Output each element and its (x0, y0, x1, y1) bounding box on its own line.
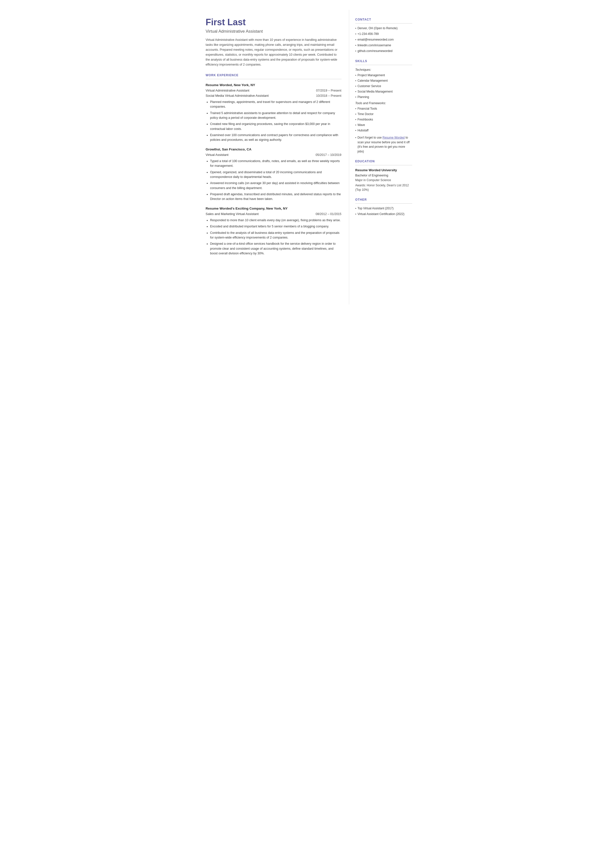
job-bullet-2-3: Prepared draft agendas, transcribed and … (210, 192, 341, 202)
contact-section: CONTACT • Denver, OH (Open to Remote) • … (355, 17, 412, 53)
contact-text-2: email@resumeworded.com (358, 37, 394, 42)
job-bullet-2-0: Typed a total of 100 communications, dra… (210, 159, 341, 169)
job-block-2: Growthsi, San Francisco, CA Virtual Assi… (206, 147, 341, 202)
technique-1: • Calendar Management (355, 78, 412, 83)
technique-bullet-0: • (355, 73, 356, 78)
other-section: OTHER • Top Virtual Assistant (2017) • V… (355, 197, 412, 216)
job-bullet-1-3: Examined over 100 communications and con… (210, 133, 341, 143)
tool-1: • Time Doctor (355, 112, 412, 116)
job-bullet-2-1: Opened, organized, and disseminated a to… (210, 170, 341, 180)
candidate-title: Virtual Administrative Assistant (206, 28, 341, 35)
job-company-3: Resume Worded's Exciting Company, New Yo… (206, 206, 341, 211)
skills-note-text: Don't forget to use Resume Worded to sca… (358, 135, 412, 154)
job-role-row-1-0: Virtual Administrative Assistant 07/2019… (206, 88, 341, 93)
job-role-row-3-0: Sales and Marketing Virtual Assistant 08… (206, 211, 341, 216)
contact-text-4: github.com/resumeworded (358, 49, 392, 53)
skills-label: SKILLS (355, 59, 412, 63)
job-bullet-1-1: Trained 5 administrative assistants to g… (210, 111, 341, 121)
job-block-1: Resume Worded, New York, NY Virtual Admi… (206, 83, 341, 143)
sidebar-column: CONTACT • Denver, OH (Open to Remote) • … (349, 10, 419, 304)
job-bullets-3: Responded to more than 10 client emails … (210, 218, 341, 256)
job-bullet-3-2: Contributed to the analysis of all busin… (210, 231, 341, 240)
contact-bullet-2: • (355, 37, 356, 42)
edu-major: Major in Computer Science (355, 178, 412, 182)
other-text-0: Top Virtual Assistant (2017) (358, 206, 394, 211)
job-role-1-0: Virtual Administrative Assistant (206, 88, 250, 93)
work-experience-section: WORK EXPERIENCE Resume Worded, New York,… (206, 73, 341, 256)
tool-bullet-1: • (355, 112, 356, 116)
job-dates-2-0: 05/2017 – 10/2019 (316, 153, 341, 157)
other-item-0: • Top Virtual Assistant (2017) (355, 206, 412, 211)
skills-note-bullet: • (355, 136, 356, 140)
tool-bullet-2: • (355, 118, 356, 122)
edu-school: Resume Worded University (355, 168, 412, 173)
job-bullet-1-2: Created new filing and organizing proced… (210, 122, 341, 131)
skills-divider (355, 65, 412, 65)
contact-text-3: linkedin.com/in/username (358, 43, 391, 48)
contact-label: CONTACT (355, 17, 412, 22)
technique-4: • Planning (355, 95, 412, 99)
contact-text-0: Denver, OH (Open to Remote) (358, 26, 398, 30)
technique-bullet-3: • (355, 90, 356, 94)
technique-0: • Project Management (355, 73, 412, 78)
header-section: First Last Virtual Administrative Assist… (206, 17, 341, 67)
tool-text-2: Freshbooks (358, 117, 373, 122)
job-bullet-1-0: Planned meetings, appointments, and trav… (210, 100, 341, 109)
contact-bullet-4: • (355, 49, 356, 53)
contact-item-1: • +1-234-456-789 (355, 32, 412, 36)
education-section: EDUCATION Resume Worded University Bache… (355, 159, 412, 192)
main-column: First Last Virtual Administrative Assist… (196, 10, 349, 304)
contact-item-3: • linkedin.com/in/username (355, 43, 412, 48)
technique-text-0: Project Management (358, 73, 385, 78)
job-company-2: Growthsi, San Francisco, CA (206, 147, 341, 152)
candidate-summary: Virtual Administrative Assistant with mo… (206, 37, 341, 67)
tool-text-0: Financial Tools (358, 106, 377, 111)
technique-text-4: Planning (358, 95, 369, 99)
job-dates-1-0: 07/2019 – Present (316, 89, 341, 93)
tool-text-3: Wave (358, 123, 365, 127)
contact-item-0: • Denver, OH (Open to Remote) (355, 26, 412, 31)
contact-item-2: • email@resumeworded.com (355, 37, 412, 42)
job-block-3: Resume Worded's Exciting Company, New Yo… (206, 206, 341, 256)
job-role-row-1-1: Social Media Virtual Administrative Assi… (206, 93, 341, 98)
technique-text-1: Calendar Management (358, 78, 388, 83)
job-bullet-3-1: Encoded and distributed important letter… (210, 224, 341, 229)
education-label: EDUCATION (355, 159, 412, 163)
technique-text-3: Social Media Management (358, 89, 393, 94)
job-bullet-3-0: Responded to more than 10 client emails … (210, 218, 341, 223)
contact-bullet-0: • (355, 26, 356, 31)
technique-bullet-2: • (355, 84, 356, 89)
tool-2: • Freshbooks (355, 117, 412, 122)
other-bullet-1: • (355, 212, 356, 216)
tool-text-4: Hubstaff (358, 128, 369, 133)
technique-bullet-4: • (355, 95, 356, 99)
other-item-1: • Virtual Assistant Certification (2022) (355, 212, 412, 216)
job-company-1: Resume Worded, New York, NY (206, 83, 341, 88)
job-role-3-0: Sales and Marketing Virtual Assistant (206, 211, 259, 216)
skills-section: SKILLS Techniques: • Project Management … (355, 59, 412, 154)
skills-note: • Don't forget to use Resume Worded to s… (355, 135, 412, 154)
other-bullet-0: • (355, 207, 356, 211)
tool-text-1: Time Doctor (358, 112, 374, 116)
other-label: OTHER (355, 197, 412, 202)
work-experience-label: WORK EXPERIENCE (206, 73, 341, 78)
contact-divider (355, 23, 412, 23)
tools-label: Tools and Frameworks: (355, 101, 412, 106)
contact-text-1: +1-234-456-789 (358, 32, 379, 36)
job-role-row-2-0: Virtual Assistant 05/2017 – 10/2019 (206, 152, 341, 157)
edu-degree: Bachelor of Engineering (355, 173, 412, 178)
contact-bullet-3: • (355, 43, 356, 48)
tool-3: • Wave (355, 123, 412, 127)
tool-bullet-4: • (355, 129, 356, 133)
skills-note-link[interactable]: Resume Worded (383, 136, 405, 139)
technique-bullet-1: • (355, 79, 356, 83)
resume-page: First Last Virtual Administrative Assist… (196, 0, 419, 314)
techniques-label: Techniques: (355, 68, 412, 72)
job-dates-3-0: 08/2012 – 01/2015 (316, 212, 341, 216)
technique-2: • Customer Service (355, 84, 412, 89)
job-bullets-1: Planned meetings, appointments, and trav… (210, 100, 341, 143)
edu-awards: Awards: Honor Society, Dean's List 2012 … (355, 183, 412, 192)
tool-4: • Hubstaff (355, 128, 412, 133)
tool-bullet-0: • (355, 107, 356, 111)
education-divider (355, 165, 412, 165)
